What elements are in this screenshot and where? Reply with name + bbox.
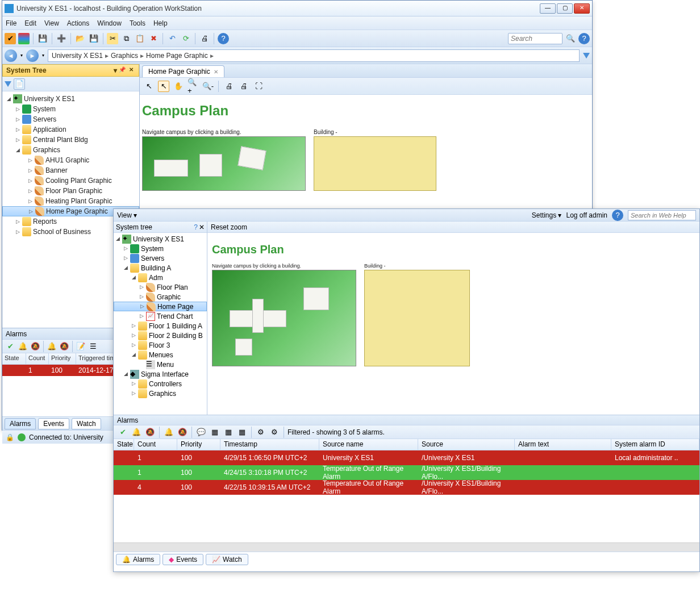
titlebar[interactable]: University X ES1 - localhost - Building … bbox=[2, 1, 592, 16]
menu-tools[interactable]: Tools bbox=[130, 19, 145, 27]
print-graphic-icon[interactable]: 🖨 bbox=[223, 81, 235, 92]
web-view-menu[interactable]: View ▾ bbox=[117, 211, 137, 219]
tree-graphics[interactable]: ◢Graphics bbox=[2, 145, 139, 155]
grid-icon[interactable] bbox=[18, 33, 30, 44]
bell-icon[interactable]: 🔔 bbox=[17, 341, 28, 352]
web-tree-floorplan[interactable]: ▷Floor Plan bbox=[114, 282, 207, 292]
crumb-0[interactable]: University X ES1 bbox=[52, 52, 103, 60]
copy-icon[interactable]: ⧉ bbox=[120, 33, 132, 44]
bell3-icon[interactable]: 🔔 bbox=[46, 341, 57, 352]
menu-view[interactable]: View bbox=[44, 19, 59, 27]
web-tree-wgraphics[interactable]: ▷Graphics bbox=[114, 389, 207, 398]
tree-heating[interactable]: ▷Heating Plant Graphic bbox=[2, 196, 139, 206]
web-help-search[interactable] bbox=[628, 210, 696, 220]
web-cfg1-icon[interactable]: ⚙ bbox=[255, 427, 266, 438]
menu-actions[interactable]: Actions bbox=[67, 19, 89, 27]
tab-close-icon[interactable]: ✕ bbox=[214, 69, 218, 75]
tree-servers[interactable]: ▷Servers bbox=[2, 114, 139, 124]
web-grid3-icon[interactable]: ▦ bbox=[236, 427, 248, 438]
hand-icon[interactable]: ✋ bbox=[173, 81, 184, 92]
web-tree-body[interactable]: ◢✦University X ES1 ▷System ▷Servers ◢Bui… bbox=[114, 233, 207, 415]
web-tab-alarms[interactable]: 🔔Alarms bbox=[116, 554, 160, 565]
menu-file[interactable]: File bbox=[6, 19, 16, 27]
web-ack-icon[interactable]: ✔ bbox=[117, 427, 128, 438]
web-tree-close-icon[interactable]: ✕ bbox=[199, 223, 205, 231]
web-alarms-header[interactable]: Alarms bbox=[114, 415, 699, 425]
web-settings[interactable]: Settings ▾ bbox=[532, 211, 562, 219]
folder-open-icon[interactable]: 📂 bbox=[74, 33, 86, 44]
pin-icon[interactable]: 📌 bbox=[118, 66, 126, 74]
search-input[interactable] bbox=[508, 33, 562, 44]
close-button[interactable]: ✕ bbox=[574, 3, 590, 14]
search-icon[interactable]: 🔍 bbox=[565, 33, 576, 44]
maximize-button[interactable]: ▢ bbox=[557, 3, 573, 14]
filter-icon[interactable] bbox=[583, 53, 590, 59]
tree-floor[interactable]: ▷Floor Plan Graphic bbox=[2, 186, 139, 196]
web-alarm-row[interactable]: 1100 4/29/15 1:06:50 PM UTC+2University … bbox=[114, 450, 699, 465]
tree-ahu[interactable]: ▷AHU1 Graphic bbox=[2, 155, 139, 165]
tree-filter-icon[interactable] bbox=[5, 81, 11, 87]
tab-events[interactable]: Events bbox=[38, 418, 69, 429]
web-tree-controllers[interactable]: ▷Controllers bbox=[114, 379, 207, 389]
dropdown-icon[interactable]: ▾ bbox=[114, 66, 117, 74]
tree-application[interactable]: ▷Application bbox=[2, 124, 139, 135]
web-tree-f2[interactable]: ▷Floor 2 Building B bbox=[114, 331, 207, 340]
search-help-icon[interactable]: ? bbox=[578, 33, 590, 44]
tree-cooling[interactable]: ▷Cooling Plant Graphic bbox=[2, 176, 139, 186]
web-tree-f3[interactable]: ▷Floor 3 bbox=[114, 340, 207, 350]
web-grid1-icon[interactable]: ▦ bbox=[209, 427, 220, 438]
web-grid2-icon[interactable]: ▦ bbox=[223, 427, 234, 438]
ack-icon[interactable]: ✔ bbox=[5, 341, 16, 352]
reset-zoom-button[interactable]: Reset zoom bbox=[211, 223, 247, 231]
web-hscroll[interactable] bbox=[114, 542, 699, 552]
zoom-out-icon[interactable]: 🔍- bbox=[202, 81, 214, 92]
tree-central[interactable]: ▷Central Plant Bldg bbox=[2, 135, 139, 145]
paste-icon[interactable]: 📋 bbox=[134, 33, 145, 44]
web-tree-f1[interactable]: ▷Floor 1 Building A bbox=[114, 321, 207, 331]
crumb-1[interactable]: Graphics bbox=[111, 52, 138, 60]
tree-new-icon[interactable]: 📄 bbox=[14, 78, 25, 90]
web-tree-homepage[interactable]: ▷Home Page bbox=[114, 302, 207, 311]
web-tree-trend[interactable]: ▷📈Trend Chart bbox=[114, 311, 207, 321]
save-icon[interactable]: 💾 bbox=[88, 33, 99, 44]
web-bell3-icon[interactable]: 🔔 bbox=[163, 427, 174, 438]
zoom-in-icon[interactable]: 🔍+ bbox=[188, 81, 199, 92]
web-tab-events[interactable]: ◆Events bbox=[163, 554, 203, 565]
web-tree-graphic[interactable]: ▷Graphic bbox=[114, 292, 207, 302]
crumb-2[interactable]: Home Page Graphic bbox=[146, 52, 208, 60]
web-tree-menu[interactable]: ☰Menu bbox=[114, 360, 207, 369]
check-icon[interactable]: ✔ bbox=[5, 33, 16, 44]
minimize-button[interactable]: — bbox=[540, 3, 556, 14]
menu-edit[interactable]: Edit bbox=[24, 19, 36, 27]
web-campus-map[interactable] bbox=[212, 270, 356, 366]
doc-tab-home[interactable]: Home Page Graphic✕ bbox=[142, 65, 224, 77]
note-icon[interactable]: 📝 bbox=[75, 341, 86, 352]
nav-back-button[interactable]: ◄ bbox=[5, 49, 17, 62]
web-bell2-icon[interactable]: 🔕 bbox=[144, 427, 156, 438]
cut-icon[interactable]: ✂ bbox=[107, 33, 118, 44]
web-tree-help-icon[interactable]: ? bbox=[194, 223, 198, 231]
select-icon[interactable]: ↖ bbox=[158, 81, 169, 92]
print2-icon[interactable]: 🖨 bbox=[238, 81, 249, 92]
web-tab-watch[interactable]: 📈Watch bbox=[206, 554, 248, 565]
web-tree-adm[interactable]: ◢Adm bbox=[114, 273, 207, 282]
tree-root[interactable]: ◢✦University X ES1 bbox=[2, 94, 139, 104]
web-tree-servers[interactable]: ▷Servers bbox=[114, 253, 207, 263]
pointer-icon[interactable]: ↖ bbox=[143, 81, 155, 92]
delete-icon[interactable]: ✖ bbox=[148, 33, 159, 44]
panel-close-icon[interactable]: ✕ bbox=[127, 66, 135, 74]
system-tree-header[interactable]: System Tree ▾ 📌 ✕ bbox=[2, 64, 139, 77]
web-bell4-icon[interactable]: 🔕 bbox=[177, 427, 188, 438]
tree-banner[interactable]: ▷Banner bbox=[2, 165, 139, 176]
breadcrumb[interactable]: University X ES1▸ Graphics▸ Home Page Gr… bbox=[48, 49, 580, 62]
web-alarm-row[interactable]: 1100 4/24/15 3:10:18 PM UTC+2Temperature… bbox=[114, 465, 699, 480]
web-tree-menues[interactable]: ◢Menues bbox=[114, 350, 207, 360]
web-cfg2-icon[interactable]: ⚙ bbox=[269, 427, 280, 438]
campus-map[interactable] bbox=[142, 136, 306, 191]
tab-alarms[interactable]: Alarms bbox=[5, 418, 36, 429]
web-help-icon[interactable]: ? bbox=[612, 210, 623, 221]
bell4-icon[interactable]: 🔕 bbox=[59, 341, 70, 352]
list-icon[interactable]: ☰ bbox=[88, 341, 99, 352]
web-tree-system[interactable]: ▷System bbox=[114, 244, 207, 253]
web-logoff[interactable]: Log off admin bbox=[566, 211, 608, 219]
